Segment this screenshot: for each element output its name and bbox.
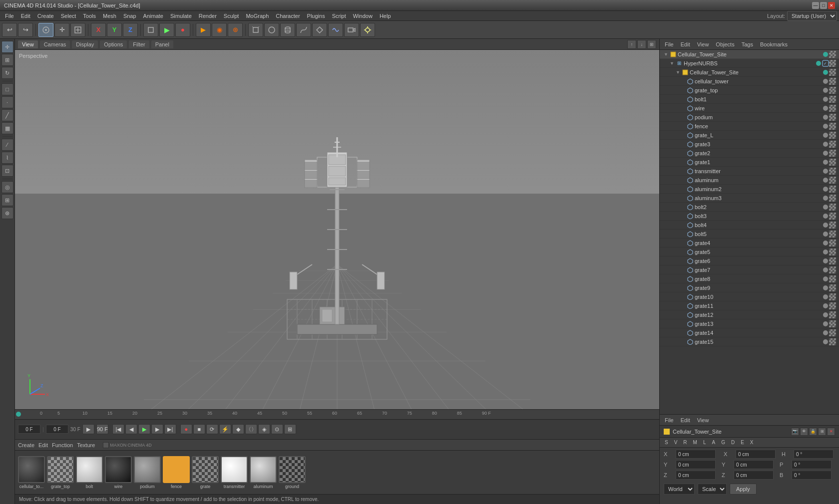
viewport-tab-cameras[interactable]: Cameras (40, 40, 70, 48)
timeline-ruler[interactable]: 0 5 10 15 20 25 30 35 40 45 50 55 60 65 … (15, 410, 659, 420)
vp-icon-3[interactable]: ⊞ (647, 40, 656, 49)
om-item-transmitter[interactable]: transmitter (660, 167, 839, 176)
tool-model[interactable]: □ (1, 83, 13, 95)
tl-loop[interactable]: ⟳ (206, 424, 218, 434)
material-item-ground[interactable]: ground (279, 456, 306, 489)
om-menu-tags[interactable]: Tags (739, 40, 756, 48)
menu-create[interactable]: Create (34, 12, 57, 20)
om-item-grate13[interactable]: grate13 (660, 319, 839, 328)
menu-mograph[interactable]: MoGraph (243, 12, 272, 20)
om-item-grate10[interactable]: grate10 (660, 292, 839, 301)
tl-motion4[interactable]: ⊞ (284, 424, 296, 434)
om-item-grate3[interactable]: grate3 (660, 140, 839, 149)
attr-icon-eye[interactable]: 👁 (800, 428, 808, 436)
spline-btn[interactable] (296, 23, 311, 37)
viewport-tab-view[interactable]: View (18, 40, 38, 48)
tl-key[interactable]: ◆ (232, 424, 244, 434)
attr-h[interactable] (794, 450, 834, 459)
attr-pos-x[interactable] (676, 450, 716, 459)
attr-pos-z[interactable] (676, 471, 716, 480)
tool-deform[interactable]: ⊛ (1, 207, 13, 219)
om-item-grate12[interactable]: grate12 (660, 310, 839, 319)
om-item-bolt1[interactable]: bolt1 (660, 95, 839, 104)
tl-motion3[interactable]: ⊙ (271, 424, 283, 434)
attr-p[interactable] (792, 460, 832, 469)
om-tree[interactable]: ▼ Cellular_Tower_Site ▼ ⊞ HyperNURBS ✓ (660, 50, 839, 414)
rotate-x-button[interactable]: X (91, 23, 106, 37)
minimize-button[interactable]: — (812, 2, 819, 9)
menu-edit[interactable]: Edit (18, 12, 33, 20)
tl-motion[interactable]: 〈〉 (245, 424, 257, 434)
mat-menu-create[interactable]: Create (18, 442, 34, 448)
attr-tab-m[interactable]: M (690, 439, 700, 446)
om-menu-view[interactable]: View (694, 40, 712, 48)
attr-icon-camera[interactable]: 📷 (791, 428, 799, 436)
current-frame-input[interactable] (18, 425, 40, 434)
tl-skip-end[interactable]: ▶| (164, 424, 176, 434)
cube-btn[interactable] (248, 23, 263, 37)
attr-tab-v[interactable]: V (671, 439, 681, 446)
tool-paint[interactable]: ◎ (1, 181, 13, 193)
om-item-grate7[interactable]: grate7 (660, 265, 839, 274)
attr-rot-x[interactable] (736, 450, 776, 459)
layout-selector[interactable]: Startup (User) (787, 11, 837, 21)
menu-help[interactable]: Help (377, 12, 394, 20)
attr-pos-y[interactable] (676, 460, 716, 469)
om-item-cellular_tower[interactable]: cellular_tower (660, 77, 839, 86)
close-button[interactable]: ✕ (828, 2, 835, 9)
deformer-btn[interactable] (328, 23, 343, 37)
attr-menu-edit[interactable]: Edit (678, 416, 693, 424)
menu-tools[interactable]: Tools (80, 12, 99, 20)
om-item-hypernurbs[interactable]: ▼ ⊞ HyperNURBS ✓ (660, 59, 839, 68)
om-menu-objects[interactable]: Objects (713, 40, 737, 48)
vp-icon-1[interactable]: ↑ (627, 40, 636, 49)
tl-record[interactable]: ● (180, 424, 192, 434)
extrude-btn[interactable] (312, 23, 327, 37)
attr-tab-e[interactable]: E (738, 439, 747, 446)
live-select-button[interactable] (38, 23, 53, 37)
om-item-grate_top[interactable]: grate_top (660, 86, 839, 95)
om-item-aluminum3[interactable]: aluminum3 (660, 194, 839, 203)
attr-tab-s[interactable]: S (662, 439, 671, 446)
model-mode-button[interactable] (143, 23, 158, 37)
tl-play-pause[interactable]: ▶ (138, 424, 150, 434)
menu-plugins[interactable]: Plugins (304, 12, 328, 20)
om-item-bolt5[interactable]: bolt5 (660, 230, 839, 239)
tl-motion2[interactable]: ◈ (258, 424, 270, 434)
om-item-grate5[interactable]: grate5 (660, 248, 839, 256)
menu-simulate[interactable]: Simulate (167, 12, 195, 20)
material-item-aluminum[interactable]: aluminum (250, 456, 277, 489)
render-all-btn[interactable]: ⊛ (228, 23, 243, 37)
om-item-grate_L[interactable]: grate_L (660, 131, 839, 140)
om-item-grate15[interactable]: grate15 (660, 337, 839, 346)
attr-icon-lock[interactable]: 🔒 (809, 428, 817, 436)
attr-rot-z[interactable] (734, 471, 774, 480)
attr-world-select[interactable]: World Object (664, 484, 695, 495)
tool-rotate[interactable]: ↻ (1, 67, 13, 79)
om-item-cellular-site[interactable]: ▼ Cellular_Tower_Site (660, 68, 839, 77)
tool-bridge[interactable]: ⌇ (1, 152, 13, 164)
material-item-bolt[interactable]: bolt (76, 456, 103, 489)
om-item-aluminum[interactable]: aluminum (660, 176, 839, 185)
om-item-grate8[interactable]: grate8 (660, 274, 839, 283)
menu-render[interactable]: Render (196, 12, 220, 20)
cylinder-btn[interactable] (280, 23, 295, 37)
viewport-tab-filter[interactable]: Filter (129, 40, 149, 48)
vp-icon-2[interactable]: ↓ (637, 40, 646, 49)
attr-menu-view[interactable]: View (694, 416, 712, 424)
attr-rot-y[interactable] (734, 460, 774, 469)
mat-menu-edit[interactable]: Edit (38, 442, 48, 448)
tl-play-btn[interactable]: ▶ (82, 424, 94, 434)
om-item-bolt3[interactable]: bolt3 (660, 212, 839, 221)
camera-btn[interactable] (344, 23, 359, 37)
attr-icon-dots[interactable]: ⊞ (818, 428, 826, 436)
redo-button[interactable]: ↪ (18, 23, 33, 37)
om-item-podium[interactable]: podium (660, 113, 839, 122)
om-item-grate1[interactable]: grate1 (660, 158, 839, 167)
tool-move[interactable]: ✛ (1, 41, 13, 53)
play-button[interactable]: ▶ (159, 23, 174, 37)
material-item-transmitter[interactable]: transmitter (221, 456, 248, 489)
om-item-wire[interactable]: wire (660, 104, 839, 113)
om-item-bolt2[interactable]: bolt2 (660, 203, 839, 212)
attr-tab-x[interactable]: X (747, 439, 757, 446)
